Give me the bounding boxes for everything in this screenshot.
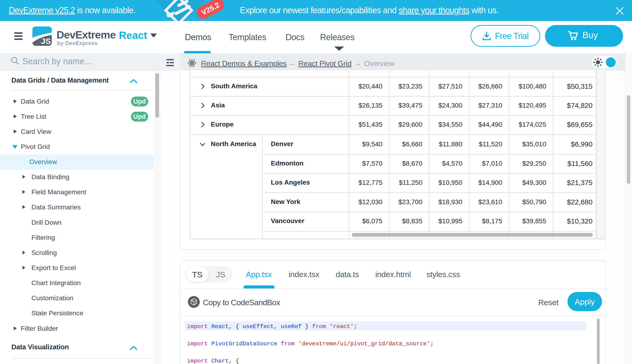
svg-text:JS: JS (41, 36, 51, 46)
